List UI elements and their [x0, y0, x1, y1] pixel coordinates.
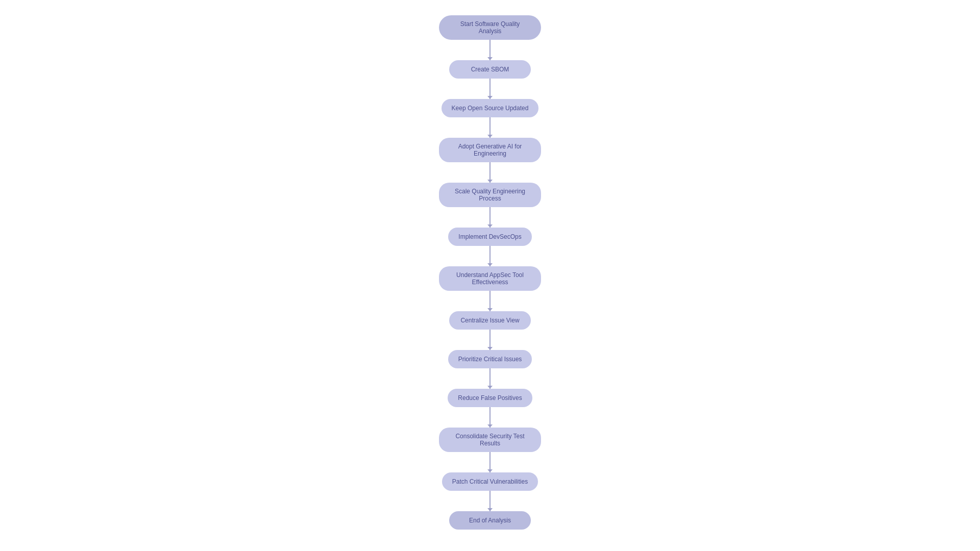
flow-node-consolidate-security[interactable]: Consolidate Security Test Results: [439, 428, 541, 452]
connector-10: [489, 452, 491, 472]
flowchart: Start Software Quality AnalysisCreate SB…: [439, 10, 541, 535]
connector-8: [489, 368, 491, 389]
connector-3: [489, 162, 491, 183]
flow-node-adopt-gen-ai[interactable]: Adopt Generative AI for Engineering: [439, 138, 541, 162]
flow-node-centralize-issue[interactable]: Centralize Issue View: [449, 311, 531, 330]
connector-2: [489, 117, 491, 138]
flow-node-understand-appsec[interactable]: Understand AppSec Tool Effectiveness: [439, 266, 541, 291]
flow-node-end[interactable]: End of Analysis: [449, 511, 531, 530]
connector-0: [489, 40, 491, 60]
connector-7: [489, 330, 491, 350]
flow-node-patch-critical[interactable]: Patch Critical Vulnerabilities: [442, 472, 538, 491]
connector-6: [489, 291, 491, 311]
flow-node-scale-quality[interactable]: Scale Quality Engineering Process: [439, 183, 541, 207]
flow-node-reduce-false[interactable]: Reduce False Positives: [448, 389, 532, 407]
flow-node-start[interactable]: Start Software Quality Analysis: [439, 15, 541, 40]
connector-9: [489, 407, 491, 428]
connector-1: [489, 79, 491, 99]
connector-11: [489, 491, 491, 511]
flow-node-keep-open-source[interactable]: Keep Open Source Updated: [442, 99, 539, 117]
connector-5: [489, 246, 491, 266]
flow-node-create-sbom[interactable]: Create SBOM: [449, 60, 531, 79]
flow-node-implement-devsecops[interactable]: Implement DevSecOps: [448, 228, 531, 246]
flow-node-prioritize-critical[interactable]: Prioritize Critical Issues: [448, 350, 532, 368]
connector-4: [489, 207, 491, 228]
